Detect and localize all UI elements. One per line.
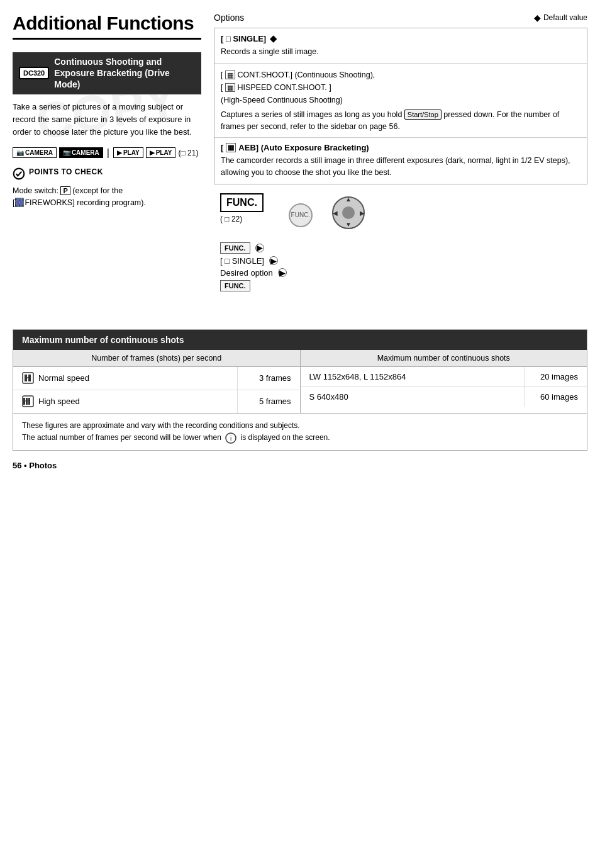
aeb-icon: ▦ [226,143,236,152]
description-text: Take a series of pictures of a moving su… [13,101,201,138]
mode-play-inactive-1: ▶ PLAY [113,147,143,158]
nav-ring-svg: ▲ ▼ ◀ ▶ [331,196,365,230]
svg-text:i: i [230,435,231,442]
option-cont: [ ▦ CONT.SHOOT.] (Continuous Shooting), … [214,64,587,138]
svg-rect-8 [25,375,27,381]
checkmark-icon [13,167,25,180]
func-section: FUNC. ( □ 22) FUNC. [214,184,587,298]
option-aeb: [▦ AEB] (Auto Exposure Bracketing) The c… [214,138,587,184]
mode-camera-inactive-1: 📷 CAMERA [13,147,57,158]
table-col-right: Maximum number of continuous shots LW 11… [301,350,587,413]
points-label: POINTS TO CHECK [29,167,103,176]
high-speed-label: High speed [38,397,80,406]
cont-shoot-title: [ ▦ CONT.SHOOT.] (Continuous Shooting), … [221,69,581,106]
points-to-check-block: POINTS TO CHECK [13,167,201,180]
camera-icon-small: 📷 [16,149,24,156]
svg-text:▲: ▲ [345,196,352,203]
lw-label-cell: LW 1152x648, L 1152x864 [301,367,525,386]
start-stop-badge: Start/Stop [404,110,442,120]
top-section: COPY Additional Functions DC320 Continuo… [13,13,587,298]
s-label-cell: S 640x480 [301,387,525,407]
option-aeb-title: [▦ AEB] (Auto Exposure Bracketing) [221,143,581,152]
table-row-high: High speed 5 frames [13,390,300,413]
page-footer: 56 • Photos [13,461,587,470]
table-columns: Number of frames (shots) per second Norm… [13,350,587,413]
svg-rect-12 [23,398,25,405]
step-arrow-2: ▶ [269,256,278,265]
table-row-normal: Normal speed 3 frames [13,367,300,390]
svg-rect-9 [28,375,31,381]
option-cont-desc: Captures a series of still images as lon… [221,109,581,133]
nav-ring: ▲ ▼ ◀ ▶ [331,196,365,230]
hispeed-icon: ▦ [225,83,235,92]
table-title: Maximum number of continuous shots [13,330,587,350]
func-circle-button[interactable]: FUNC. [289,203,313,227]
func-left: FUNC. ( □ 22) [220,193,264,223]
table-row-lw: LW 1152x648, L 1152x864 20 images [301,367,587,387]
bottom-table-section: Maximum number of continuous shots Numbe… [13,329,587,451]
right-column: Options ◆ Default value [ □ SINGLE]◆ Rec… [214,13,587,298]
option-single: [ □ SINGLE]◆ Records a single still imag… [214,28,587,64]
left-col-header: Number of frames (shots) per second [13,350,300,367]
page-title: Additional Functions [13,13,201,40]
lw-value-cell: 20 images [524,367,587,386]
page-container: COPY Additional Functions DC320 Continuo… [13,13,587,470]
default-value-label: ◆ Default value [534,13,587,23]
nav-ring-container: ▲ ▼ ◀ ▶ [331,196,365,230]
play-icon-1: ▶ [117,149,122,156]
func-ref: ( □ 22) [220,215,242,223]
dc320-badge: DC320 [19,67,49,79]
svg-text:▼: ▼ [345,221,352,228]
func-step-1: FUNC. ▶ [220,242,581,254]
points-content: Mode switch: P (except for the [🎆FIREWOR… [13,185,201,209]
high-speed-cell: High speed [13,390,237,413]
right-col-header: Maximum number of continuous shots [301,350,587,367]
svg-text:◀: ◀ [333,210,338,217]
svg-point-2 [342,206,355,219]
mode-p-badge: P [60,186,70,195]
step-arrow-3: ▶ [278,268,287,277]
func-button-label: FUNC. [220,193,264,212]
camera-modes: 📷 CAMERA 📷 CAMERA | ▶ PLAY [13,147,201,159]
option-single-desc: Records a single still image. [221,46,581,58]
shake-warning-icon: i [225,432,236,444]
normal-speed-value: 3 frames [237,367,300,390]
func-steps: FUNC. ▶ [ □ SINGLE] ▶ Desired option ▶ F… [220,242,581,291]
option-single-title: [ □ SINGLE]◆ [221,33,581,43]
high-speed-value: 5 frames [237,390,300,413]
play-icon-2: ▶ [150,149,155,156]
fireworks-icon: 🎆 [14,198,25,207]
normal-speed-label: Normal speed [38,373,89,383]
page-ref: (□ 21) [178,149,198,157]
options-box: [ □ SINGLE]◆ Records a single still imag… [214,28,587,184]
func-step-4: FUNC. [220,280,581,291]
normal-speed-icon [22,372,35,385]
table-row-s: S 640x480 60 images [301,387,587,407]
divider-line: | [107,147,109,159]
func-step-btn-1: FUNC. [220,242,250,254]
func-step-btn-2: FUNC. [220,280,250,291]
func-btn-text: FUNC. [291,211,311,218]
camera-icon-active: 📷 [63,149,70,156]
section-header: DC320 Continuous Shooting and Exposure B… [13,52,201,94]
table-col-left: Number of frames (shots) per second Norm… [13,350,301,413]
diamond-icon: ◆ [534,13,541,23]
mode-camera-active: 📷 CAMERA [59,147,103,158]
func-step-3: Desired option ▶ [220,268,581,278]
normal-speed-cell: Normal speed [13,367,237,390]
left-column: COPY Additional Functions DC320 Continuo… [13,13,201,298]
s-value-cell: 60 images [524,387,587,407]
func-main: FUNC. ( □ 22) FUNC. [220,193,581,230]
func-step-2: [ □ SINGLE] ▶ [220,256,581,266]
cont-icon: ▦ [225,70,235,79]
table-footnote: These figures are approximate and vary w… [13,413,587,450]
options-header: Options ◆ Default value [214,13,587,23]
svg-rect-14 [28,398,30,405]
mode-play-inactive-2: ▶ PLAY [146,147,176,158]
step-arrow-1: ▶ [255,244,264,252]
section-heading: Continuous Shooting and Exposure Bracket… [54,56,195,91]
high-speed-icon [22,395,35,408]
options-title: Options [214,13,244,23]
option-aeb-desc: The camcorder records a still image in t… [221,155,581,179]
svg-text:▶: ▶ [360,210,365,217]
